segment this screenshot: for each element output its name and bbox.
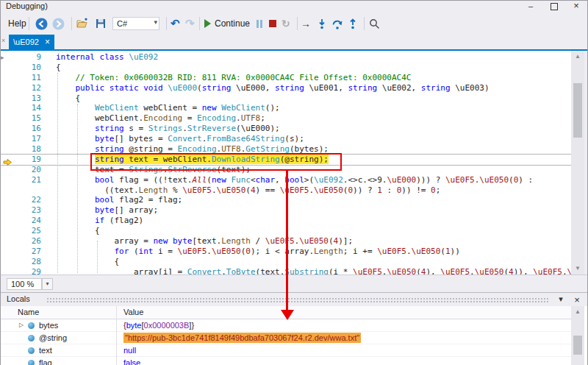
restart-button[interactable]: ↻ (282, 16, 290, 31)
stop-debugging-button[interactable] (269, 16, 276, 31)
tab-ue092[interactable]: \uE092 × (9, 35, 54, 49)
locals-rows: ▷bytes{byte[0x0000003B]}@string"https://… (1, 319, 571, 365)
zoom-level-combobox[interactable]: 100 % (7, 278, 42, 290)
variable-icon (28, 347, 35, 354)
redo-button[interactable]: ↷ (185, 16, 195, 31)
zoom-chevron-down-icon[interactable]: ▾ (42, 278, 53, 290)
toolbar-separator (297, 17, 298, 30)
locals-column-value: Value (123, 308, 143, 316)
variable-value[interactable]: false (123, 358, 140, 365)
toolbar: Help C# ▾ ↶ ↷ Continue ↻ → (1, 13, 587, 35)
locals-title: Locals (7, 294, 30, 303)
line-number: 22 (1, 195, 41, 205)
restart-icon: ↻ (282, 17, 290, 30)
chevron-down-icon: ▾ (154, 18, 157, 26)
locals-title-bar[interactable]: Locals ▾ × (1, 293, 587, 306)
annotation-arrow-line (286, 169, 288, 311)
minimize-button[interactable]: – (521, 1, 540, 12)
variable-value[interactable]: null (123, 346, 136, 355)
line-number: 25 (1, 226, 41, 236)
code-line: 11 // Token: 0x0600032B RID: 811 RVA: 0x… (1, 73, 571, 83)
column-divider (116, 319, 117, 365)
step-into-icon (318, 18, 326, 29)
search-icon (369, 18, 380, 29)
locals-close-icon[interactable]: × (571, 294, 583, 305)
code-line: 17 byte[] bytes = Convert.FromBase64Stri… (1, 134, 571, 144)
undo-icon: ↶ (171, 17, 180, 30)
toolbar-separator (71, 17, 72, 30)
editor-zoom-strip: 100 % ▾ (1, 274, 587, 293)
search-button[interactable] (369, 16, 380, 31)
break-all-button[interactable] (256, 16, 263, 31)
variable-icon (28, 335, 35, 341)
variable-value[interactable]: "https://pub-3bc1de741f8149f49bdbafa7030… (123, 333, 361, 343)
line-number: 16 (1, 124, 41, 134)
step-into-button[interactable] (318, 16, 326, 31)
play-icon (204, 19, 211, 28)
variable-value[interactable]: {byte[0x0000003B]} (123, 321, 194, 330)
language-combobox-value: C# (117, 19, 127, 28)
line-number: 15 (1, 113, 41, 124)
locals-row[interactable]: ▷bytes{byte[0x0000003B]} (1, 319, 571, 332)
locals-row[interactable]: flagfalse (1, 357, 571, 365)
line-number: 9 (1, 52, 41, 63)
back-button[interactable] (35, 16, 48, 31)
continue-button[interactable]: Continue (204, 16, 250, 31)
scroll-up-icon[interactable]: ▲ (571, 306, 584, 318)
column-divider[interactable] (116, 306, 117, 319)
forward-icon (52, 18, 65, 30)
line-number: 11 (1, 73, 41, 83)
maximize-button[interactable] (545, 1, 564, 12)
locals-column-name: Name (18, 308, 39, 316)
save-all-icon (95, 18, 107, 29)
scrollbar-thumb[interactable] (573, 336, 582, 355)
annotation-highlight-box (90, 153, 342, 171)
save-all-button[interactable] (95, 16, 107, 31)
line-number: 27 (1, 247, 41, 257)
line-number: 26 (1, 236, 41, 247)
forward-button[interactable] (52, 16, 65, 31)
back-icon (35, 18, 48, 30)
show-next-statement-button[interactable]: → (301, 16, 311, 31)
tab-strip: × \uE092 × (1, 35, 587, 49)
app-window: Debugging) – × Help C# ▾ ↶ ↷ Con (0, 0, 588, 365)
code-line: 13 { (1, 93, 571, 104)
toolbar-separator (166, 17, 167, 30)
code-line: 12 public static void \uE000(string \uE0… (1, 83, 571, 93)
scroll-down-icon[interactable]: ▼ (571, 263, 584, 274)
variable-name: bytes (39, 321, 58, 330)
line-number: 17 (1, 134, 41, 144)
menu-help[interactable]: Help (4, 17, 31, 30)
locals-scrollbar[interactable]: ▲ (571, 306, 584, 365)
expander-icon[interactable]: ▷ (19, 322, 24, 328)
locals-drag-grip (46, 297, 549, 302)
code-line: 9internal class \uE092 (1, 52, 571, 63)
redo-icon: ↷ (185, 17, 195, 30)
step-out-button[interactable] (348, 16, 357, 31)
close-button[interactable]: × (567, 1, 586, 12)
line-number (1, 185, 41, 196)
locals-row[interactable]: @string"https://pub-3bc1de741f8149f49bdb… (1, 332, 571, 344)
line-number: 12 (1, 83, 41, 93)
annotation-arrow-head-icon (281, 310, 294, 320)
toolbar-separator (29, 17, 29, 30)
code-line: 10{ (1, 63, 571, 73)
variable-icon (28, 360, 35, 365)
editor-scrollbar[interactable]: ▲ ▼ (571, 51, 584, 274)
current-statement-arrow-icon (3, 156, 12, 169)
locals-row[interactable]: textnull (1, 344, 571, 357)
language-combobox[interactable]: C# ▾ (112, 17, 159, 30)
scroll-up-icon[interactable]: ▲ (571, 51, 584, 63)
code-line: 14 WebClient webClient = new WebClient()… (1, 103, 571, 113)
code-line: 15 webClient.Encoding = Encoding.UTF8; (1, 113, 571, 124)
undo-button[interactable]: ↶ (171, 16, 180, 31)
tab-close-icon[interactable]: × (45, 38, 50, 46)
scrollbar-thumb[interactable] (573, 83, 582, 138)
line-number: 21 (1, 175, 41, 185)
open-file-button[interactable] (76, 16, 89, 31)
locals-window-position-icon[interactable]: ▾ (555, 294, 567, 304)
line-number: 23 (1, 205, 41, 216)
step-over-button[interactable] (331, 16, 343, 31)
variable-name: @string (39, 333, 67, 342)
step-over-icon (331, 18, 343, 29)
